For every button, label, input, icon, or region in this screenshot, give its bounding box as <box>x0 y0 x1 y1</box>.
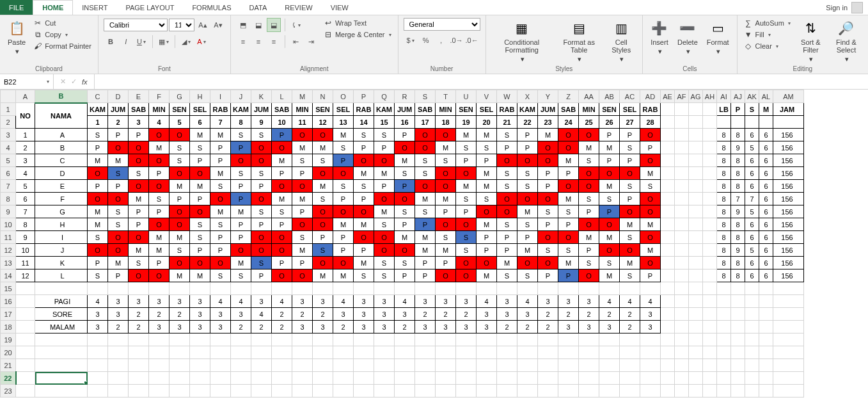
cell[interactable]: 4 <box>88 295 108 308</box>
cell[interactable] <box>731 346 745 359</box>
cell[interactable] <box>108 346 129 359</box>
cell[interactable]: P <box>415 218 436 231</box>
col-header[interactable]: J <box>231 90 251 103</box>
cell[interactable]: M <box>579 231 599 244</box>
cell[interactable]: O <box>374 193 395 205</box>
cell[interactable]: P <box>517 129 538 141</box>
cell[interactable]: 1 <box>16 129 35 141</box>
cell[interactable] <box>558 359 579 372</box>
cell[interactable] <box>675 321 689 334</box>
cell[interactable]: 6 <box>745 167 759 180</box>
cell[interactable] <box>745 359 759 372</box>
cell[interactable] <box>129 385 149 398</box>
cell[interactable]: O <box>313 257 333 269</box>
cell[interactable] <box>717 385 731 398</box>
cell[interactable]: S <box>170 244 190 257</box>
merge-center-button[interactable]: ⊟Merge & Center▾ <box>322 29 393 40</box>
cell[interactable]: O <box>640 205 661 218</box>
cell[interactable]: O <box>149 129 170 141</box>
cell[interactable]: S <box>272 205 292 218</box>
cell[interactable]: M <box>558 257 579 269</box>
cell[interactable]: S <box>190 231 210 244</box>
cell[interactable] <box>675 269 689 282</box>
cell[interactable]: P <box>88 180 108 193</box>
cell[interactable] <box>313 334 333 346</box>
cell[interactable] <box>675 218 689 231</box>
cell[interactable]: 6 <box>16 193 35 205</box>
cell[interactable] <box>773 346 804 359</box>
cell[interactable]: O <box>170 257 190 269</box>
cell[interactable]: 3 <box>374 308 395 321</box>
decrease-decimal-button[interactable]: .0← <box>465 33 479 47</box>
cell[interactable] <box>620 346 640 359</box>
cell[interactable] <box>661 334 675 346</box>
cell[interactable]: O <box>538 257 558 269</box>
cell[interactable]: 3 <box>292 321 313 334</box>
cell[interactable]: P <box>210 141 231 154</box>
cell[interactable]: O <box>251 154 272 167</box>
format-button[interactable]: ▭Format▾ <box>704 18 732 56</box>
cell[interactable]: O <box>620 205 640 218</box>
cell[interactable]: S <box>129 257 149 269</box>
cell[interactable] <box>759 295 773 308</box>
cell[interactable]: 3 <box>374 295 395 308</box>
cell[interactable] <box>16 372 35 385</box>
cell[interactable]: O <box>292 180 313 193</box>
cell[interactable]: 3 <box>170 321 190 334</box>
cell[interactable]: SEL <box>477 103 497 116</box>
cell[interactable]: M <box>517 244 538 257</box>
cell[interactable] <box>354 334 374 346</box>
cell[interactable]: 27 <box>620 116 640 129</box>
cell[interactable] <box>456 346 477 359</box>
cell[interactable] <box>773 116 804 129</box>
cell[interactable] <box>231 359 251 372</box>
cell[interactable]: 156 <box>773 257 804 269</box>
cell[interactable]: O <box>129 154 149 167</box>
cell[interactable]: 3 <box>251 295 272 308</box>
cell[interactable]: M <box>129 244 149 257</box>
cell[interactable]: 22 <box>517 116 538 129</box>
cell[interactable]: O <box>149 218 170 231</box>
cell[interactable]: M <box>210 167 231 180</box>
insert-button[interactable]: ➕Insert▾ <box>648 18 671 56</box>
cell[interactable] <box>703 308 717 321</box>
cell[interactable]: O <box>640 257 661 269</box>
cell[interactable] <box>661 359 675 372</box>
col-header[interactable]: AC <box>620 90 640 103</box>
cell[interactable]: P <box>395 218 415 231</box>
cell[interactable]: M <box>149 244 170 257</box>
cell[interactable]: 23 <box>538 116 558 129</box>
cell[interactable]: O <box>599 167 620 180</box>
cell[interactable]: S <box>517 269 538 282</box>
cell[interactable] <box>108 372 129 385</box>
cell[interactable] <box>16 385 35 398</box>
cell[interactable] <box>333 372 354 385</box>
cell[interactable]: 3 <box>170 295 190 308</box>
cell[interactable]: O <box>517 154 538 167</box>
cell[interactable]: O <box>456 269 477 282</box>
cell[interactable] <box>599 282 620 295</box>
cell[interactable] <box>354 372 374 385</box>
cell[interactable]: P <box>108 269 129 282</box>
cell[interactable]: M <box>170 180 190 193</box>
cell[interactable]: M <box>759 103 773 116</box>
cell[interactable] <box>272 346 292 359</box>
cell[interactable] <box>190 282 210 295</box>
cell[interactable] <box>313 372 333 385</box>
cell[interactable] <box>661 282 675 295</box>
cell[interactable] <box>436 385 456 398</box>
cell[interactable]: M <box>640 244 661 257</box>
cell[interactable] <box>703 346 717 359</box>
cell[interactable]: O <box>149 154 170 167</box>
cell[interactable]: M <box>374 205 395 218</box>
col-header[interactable]: Y <box>538 90 558 103</box>
cell[interactable]: 3 <box>149 295 170 308</box>
cell[interactable] <box>231 334 251 346</box>
cell[interactable]: S <box>538 205 558 218</box>
cell[interactable]: 2 <box>620 308 640 321</box>
cell[interactable]: 3 <box>129 116 149 129</box>
cell[interactable] <box>477 282 497 295</box>
cell[interactable] <box>717 308 731 321</box>
cell[interactable]: 2 <box>620 321 640 334</box>
cell[interactable] <box>703 103 717 116</box>
